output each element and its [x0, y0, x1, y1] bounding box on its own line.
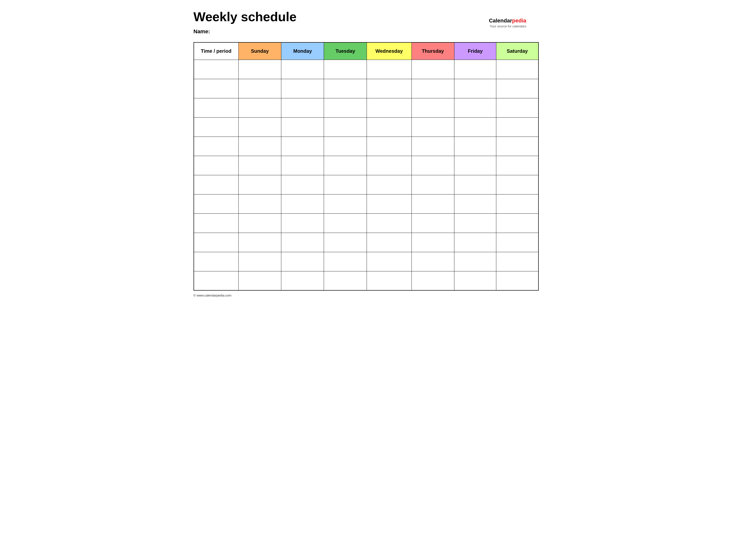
schedule-cell[interactable]	[324, 60, 367, 79]
schedule-cell[interactable]	[496, 175, 538, 194]
schedule-cell[interactable]	[281, 137, 324, 156]
schedule-cell[interactable]	[367, 252, 411, 271]
schedule-cell[interactable]	[238, 117, 281, 137]
schedule-cell[interactable]	[238, 194, 281, 213]
schedule-cell[interactable]	[496, 137, 538, 156]
time-cell[interactable]	[194, 156, 239, 175]
schedule-cell[interactable]	[496, 60, 538, 79]
schedule-cell[interactable]	[411, 137, 454, 156]
schedule-cell[interactable]	[411, 271, 454, 290]
schedule-cell[interactable]	[411, 156, 454, 175]
schedule-cell[interactable]	[238, 252, 281, 271]
schedule-cell[interactable]	[454, 98, 496, 117]
schedule-cell[interactable]	[281, 252, 324, 271]
time-cell[interactable]	[194, 271, 239, 290]
schedule-cell[interactable]	[281, 271, 324, 290]
schedule-cell[interactable]	[324, 233, 367, 252]
schedule-cell[interactable]	[367, 60, 411, 79]
schedule-cell[interactable]	[496, 213, 538, 233]
schedule-cell[interactable]	[281, 98, 324, 117]
schedule-cell[interactable]	[324, 156, 367, 175]
schedule-cell[interactable]	[496, 79, 538, 98]
schedule-cell[interactable]	[238, 233, 281, 252]
schedule-cell[interactable]	[238, 137, 281, 156]
time-cell[interactable]	[194, 252, 239, 271]
schedule-cell[interactable]	[454, 271, 496, 290]
schedule-cell[interactable]	[411, 213, 454, 233]
schedule-cell[interactable]	[367, 156, 411, 175]
schedule-cell[interactable]	[411, 60, 454, 79]
schedule-cell[interactable]	[411, 98, 454, 117]
schedule-cell[interactable]	[324, 98, 367, 117]
schedule-cell[interactable]	[324, 271, 367, 290]
schedule-cell[interactable]	[324, 117, 367, 137]
time-cell[interactable]	[194, 213, 239, 233]
schedule-cell[interactable]	[281, 233, 324, 252]
time-cell[interactable]	[194, 137, 239, 156]
schedule-cell[interactable]	[281, 60, 324, 79]
schedule-cell[interactable]	[324, 79, 367, 98]
schedule-cell[interactable]	[454, 233, 496, 252]
schedule-cell[interactable]	[281, 175, 324, 194]
time-cell[interactable]	[194, 60, 239, 79]
brand-logo: Calendarpedia Your source for calendars	[489, 17, 526, 28]
schedule-cell[interactable]	[367, 213, 411, 233]
schedule-cell[interactable]	[281, 117, 324, 137]
schedule-cell[interactable]	[496, 117, 538, 137]
table-row	[194, 60, 538, 79]
schedule-cell[interactable]	[324, 175, 367, 194]
schedule-cell[interactable]	[367, 79, 411, 98]
schedule-cell[interactable]	[496, 156, 538, 175]
schedule-cell[interactable]	[238, 271, 281, 290]
time-cell[interactable]	[194, 79, 239, 98]
schedule-cell[interactable]	[411, 79, 454, 98]
schedule-cell[interactable]	[496, 194, 538, 213]
schedule-cell[interactable]	[238, 156, 281, 175]
schedule-cell[interactable]	[281, 79, 324, 98]
schedule-cell[interactable]	[238, 60, 281, 79]
schedule-cell[interactable]	[454, 194, 496, 213]
time-cell[interactable]	[194, 233, 239, 252]
schedule-cell[interactable]	[281, 156, 324, 175]
schedule-cell[interactable]	[411, 252, 454, 271]
schedule-cell[interactable]	[367, 137, 411, 156]
schedule-cell[interactable]	[238, 79, 281, 98]
schedule-cell[interactable]	[411, 233, 454, 252]
schedule-cell[interactable]	[367, 117, 411, 137]
schedule-cell[interactable]	[454, 213, 496, 233]
brand-pedia-text: pedia	[512, 17, 526, 24]
time-cell[interactable]	[194, 98, 239, 117]
schedule-cell[interactable]	[367, 271, 411, 290]
schedule-cell[interactable]	[324, 137, 367, 156]
schedule-cell[interactable]	[367, 175, 411, 194]
time-cell[interactable]	[194, 194, 239, 213]
schedule-cell[interactable]	[496, 98, 538, 117]
schedule-cell[interactable]	[367, 194, 411, 213]
schedule-cell[interactable]	[411, 194, 454, 213]
schedule-cell[interactable]	[454, 137, 496, 156]
schedule-cell[interactable]	[454, 60, 496, 79]
schedule-cell[interactable]	[454, 175, 496, 194]
schedule-cell[interactable]	[324, 213, 367, 233]
schedule-cell[interactable]	[454, 252, 496, 271]
schedule-cell[interactable]	[238, 175, 281, 194]
table-row	[194, 156, 538, 175]
schedule-cell[interactable]	[496, 271, 538, 290]
schedule-cell[interactable]	[281, 213, 324, 233]
schedule-cell[interactable]	[411, 175, 454, 194]
schedule-cell[interactable]	[367, 98, 411, 117]
schedule-cell[interactable]	[454, 156, 496, 175]
schedule-cell[interactable]	[496, 252, 538, 271]
schedule-cell[interactable]	[454, 117, 496, 137]
schedule-cell[interactable]	[367, 233, 411, 252]
schedule-cell[interactable]	[281, 194, 324, 213]
time-cell[interactable]	[194, 175, 239, 194]
schedule-cell[interactable]	[496, 233, 538, 252]
time-cell[interactable]	[194, 117, 239, 137]
schedule-cell[interactable]	[324, 252, 367, 271]
schedule-cell[interactable]	[411, 117, 454, 137]
schedule-cell[interactable]	[238, 98, 281, 117]
schedule-cell[interactable]	[324, 194, 367, 213]
schedule-cell[interactable]	[454, 79, 496, 98]
schedule-cell[interactable]	[238, 213, 281, 233]
